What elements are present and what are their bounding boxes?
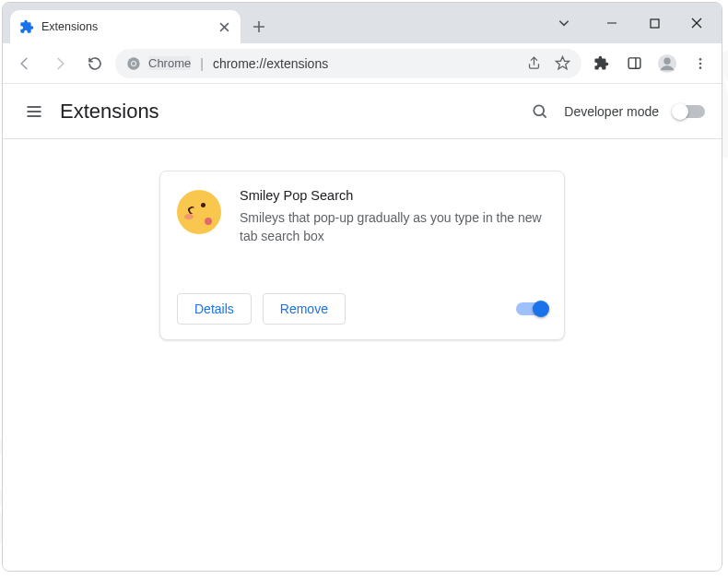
- puzzle-icon: [19, 19, 34, 34]
- separator: |: [200, 56, 204, 71]
- chevron-down-icon[interactable]: [543, 7, 585, 39]
- maximize-button[interactable]: [633, 7, 675, 39]
- extension-enable-toggle[interactable]: [516, 302, 547, 315]
- svg-point-18: [699, 66, 702, 69]
- svg-point-15: [663, 57, 670, 64]
- extension-icon: [177, 190, 221, 234]
- window-controls: [543, 3, 722, 43]
- svg-point-22: [534, 105, 545, 115]
- close-window-button[interactable]: [675, 7, 718, 39]
- svg-rect-5: [651, 19, 659, 28]
- search-icon[interactable]: [531, 102, 549, 121]
- share-icon[interactable]: [526, 55, 542, 71]
- close-icon[interactable]: [217, 19, 231, 34]
- extension-card: Smiley Pop Search Smileys that pop-up gr…: [159, 171, 565, 340]
- svg-rect-12: [628, 58, 640, 68]
- titlebar: Extensions: [3, 3, 722, 43]
- profile-avatar[interactable]: [653, 50, 681, 77]
- kebab-menu-icon[interactable]: [687, 50, 714, 77]
- remove-button[interactable]: Remove: [263, 293, 346, 325]
- forward-button[interactable]: [45, 49, 75, 78]
- extension-description: Smileys that pop-up gradually as you typ…: [240, 208, 547, 246]
- back-button[interactable]: [10, 49, 40, 78]
- tab-extensions[interactable]: Extensions: [10, 10, 241, 43]
- developer-mode-toggle[interactable]: [674, 105, 705, 118]
- extension-name: Smiley Pop Search: [240, 188, 547, 203]
- side-panel-icon[interactable]: [620, 50, 648, 77]
- reload-button[interactable]: [80, 49, 110, 78]
- developer-mode-label: Developer mode: [564, 104, 659, 119]
- chrome-logo-icon: [126, 56, 141, 71]
- extensions-puzzle-icon[interactable]: [587, 50, 615, 77]
- new-tab-button[interactable]: [246, 14, 272, 40]
- svg-point-10: [132, 62, 135, 65]
- page-header: Extensions Developer mode: [3, 84, 722, 139]
- page-title: Extensions: [60, 100, 159, 124]
- content-area: Smiley Pop Search Smileys that pop-up gr…: [3, 139, 722, 571]
- origin-label: Chrome: [148, 56, 191, 70]
- bookmark-star-icon[interactable]: [555, 55, 570, 71]
- url-text: chrome://extensions: [213, 56, 328, 71]
- details-button[interactable]: Details: [177, 293, 252, 325]
- minimize-button[interactable]: [591, 7, 633, 39]
- omnibox[interactable]: Chrome | chrome://extensions: [115, 49, 581, 78]
- svg-point-16: [699, 58, 702, 61]
- hamburger-menu-icon[interactable]: [19, 97, 49, 126]
- tab-title: Extensions: [41, 20, 209, 33]
- svg-point-17: [699, 62, 702, 65]
- svg-marker-11: [556, 56, 569, 68]
- address-bar: Chrome | chrome://extensions: [3, 43, 722, 84]
- svg-line-23: [543, 113, 546, 117]
